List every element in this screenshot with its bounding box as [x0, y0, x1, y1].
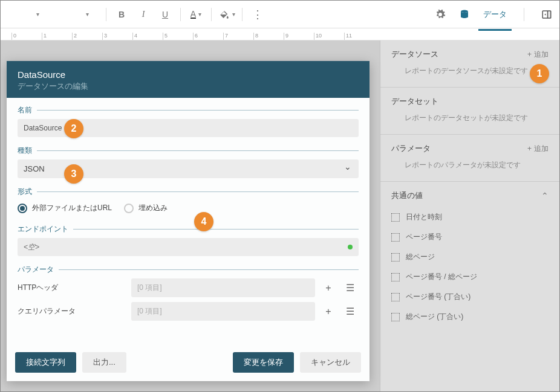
radio-icon — [124, 204, 134, 213]
field-icon — [391, 293, 400, 301]
add-datasource-button[interactable]: + 追加 — [527, 50, 549, 60]
ruler-tick: 4 — [132, 33, 163, 40]
menu-icon: ☰ — [346, 306, 354, 317]
field-icon — [391, 213, 400, 222]
radio-icon — [18, 204, 27, 213]
endpoint-input[interactable] — [18, 238, 359, 256]
plus-icon: + — [527, 144, 532, 153]
chevron-up-icon[interactable]: ⌃ — [541, 191, 549, 201]
parameter-field: パラメータ HTTPヘッダ [0 項目] + ☰ クエリパラメータ [0 項目]… — [18, 265, 359, 321]
dialog-footer: 接続文字列 出力... 変更を保存 キャンセル — [7, 346, 370, 381]
dialog-header: DataSource データソースの編集 — [7, 61, 370, 98]
plus-icon: + — [527, 50, 532, 59]
separator — [106, 8, 106, 21]
bold-button[interactable]: B — [111, 5, 132, 24]
parameter-section: パラメータ + 追加 レポートのパラメータが未設定です — [380, 135, 559, 182]
common-value-item[interactable]: ページ番号 / 総ページ — [391, 267, 549, 287]
query-param-label: クエリパラメータ — [18, 306, 126, 316]
callout-badge-1: 1 — [530, 64, 549, 83]
parameter-empty-text: レポートのパラメータが未設定です — [391, 160, 549, 170]
http-header-label: HTTPヘッダ — [18, 283, 126, 293]
ruler-tick: 1 — [42, 33, 72, 40]
settings-button[interactable] — [430, 5, 451, 24]
ruler-tick: 0 — [11, 33, 42, 40]
common-value-item[interactable]: 総ページ — [391, 247, 549, 267]
section-title: データソース — [391, 49, 438, 60]
plus-icon: + — [325, 283, 331, 294]
font-family-dropdown[interactable] — [3, 5, 70, 24]
more-button[interactable]: ⋮ — [247, 5, 268, 24]
export-button[interactable]: 出力... — [82, 352, 126, 373]
field-icon — [391, 313, 400, 321]
panel-toggle-button[interactable] — [536, 5, 557, 24]
format-field: 形式 外部ファイルまたはURL 埋め込み — [18, 187, 359, 216]
save-button[interactable]: 変更を保存 — [233, 352, 294, 373]
underline-button[interactable]: U — [155, 5, 175, 24]
ruler-tick: 6 — [193, 33, 223, 40]
dataset-section: データセット レポートのデータセットが未設定です — [380, 88, 559, 135]
dialog-title: DataSource — [18, 69, 359, 80]
ruler-tick: 8 — [253, 33, 284, 40]
common-value-item[interactable]: 日付と時刻 — [391, 207, 549, 227]
paint-bucket-icon — [219, 9, 230, 20]
field-icon — [391, 253, 400, 262]
datasource-empty-text: レポートのデータソースが未設定です — [391, 66, 549, 76]
separator — [211, 8, 212, 21]
cancel-button[interactable]: キャンセル — [300, 352, 361, 373]
gear-icon — [435, 9, 446, 20]
datasource-edit-dialog: DataSource データソースの編集 名前 種類 JSON 形式 外部ファイ… — [7, 61, 370, 381]
endpoint-field: エンドポイント — [18, 224, 359, 256]
data-tab-icon[interactable] — [454, 5, 475, 24]
dialog-subtitle: データソースの編集 — [18, 81, 359, 92]
ruler-tick: 7 — [223, 33, 253, 40]
ruler-tick: 9 — [284, 33, 314, 40]
ruler-tick: 11 — [344, 33, 374, 40]
dialog-body: 名前 種類 JSON 形式 外部ファイルまたはURL 埋め込み — [7, 98, 370, 346]
panel-right-icon — [541, 9, 552, 20]
format-embed-radio[interactable]: 埋め込み — [124, 203, 168, 213]
font-color-button[interactable]: A — [186, 5, 206, 24]
font-size-dropdown[interactable] — [71, 5, 101, 24]
callout-badge-4: 4 — [194, 212, 213, 231]
field-icon — [391, 233, 400, 242]
ruler-tick: 3 — [102, 33, 132, 40]
header-menu-button[interactable]: ☰ — [342, 280, 359, 297]
callout-badge-3: 3 — [64, 164, 83, 184]
italic-button[interactable]: I — [133, 5, 154, 24]
ruler-tick: 10 — [314, 33, 344, 40]
separator — [242, 8, 243, 21]
status-indicator-icon — [348, 245, 353, 249]
common-value-item[interactable]: ページ番号 — [391, 227, 549, 247]
menu-icon: ☰ — [346, 282, 354, 294]
database-icon — [459, 9, 470, 20]
query-param-value[interactable]: [0 項目] — [131, 302, 315, 321]
query-menu-button[interactable]: ☰ — [342, 303, 359, 320]
connection-string-button[interactable]: 接続文字列 — [15, 352, 76, 373]
dataset-empty-text: レポートのデータセットが未設定です — [391, 113, 549, 123]
callout-badge-2: 2 — [64, 119, 83, 138]
data-tab[interactable]: データ — [478, 3, 512, 26]
add-parameter-button[interactable]: + 追加 — [527, 144, 549, 154]
field-icon — [391, 273, 400, 281]
fill-color-button[interactable] — [217, 5, 237, 24]
common-value-item[interactable]: ページ番号 (丁合い) — [391, 287, 549, 307]
separator — [524, 8, 524, 21]
http-header-value[interactable]: [0 項目] — [131, 278, 315, 297]
toolbar: B I U A ⋮ データ — [1, 1, 559, 28]
add-query-button[interactable]: + — [320, 303, 337, 320]
font-color-icon: A — [190, 10, 196, 19]
common-value-item[interactable]: 総ページ (丁合い) — [391, 307, 549, 327]
ruler-tick: 5 — [163, 33, 193, 40]
data-side-panel: データソース + 追加 レポートのデータソースが未設定です データセット レポー… — [380, 40, 559, 391]
add-header-button[interactable]: + — [320, 280, 337, 297]
section-title: 共通の値 — [391, 190, 423, 201]
section-title: パラメータ — [391, 143, 431, 154]
plus-icon: + — [325, 306, 331, 317]
svg-rect-2 — [548, 11, 551, 18]
section-title: データセット — [391, 96, 438, 107]
ruler-tick: 2 — [72, 33, 102, 40]
format-external-radio[interactable]: 外部ファイルまたはURL — [18, 203, 112, 213]
separator — [180, 8, 181, 21]
common-values-section: 共通の値 ⌃ 日付と時刻 ページ番号 総ページ ページ番号 / 総ページ ページ… — [380, 182, 559, 338]
svg-point-0 — [461, 10, 468, 13]
